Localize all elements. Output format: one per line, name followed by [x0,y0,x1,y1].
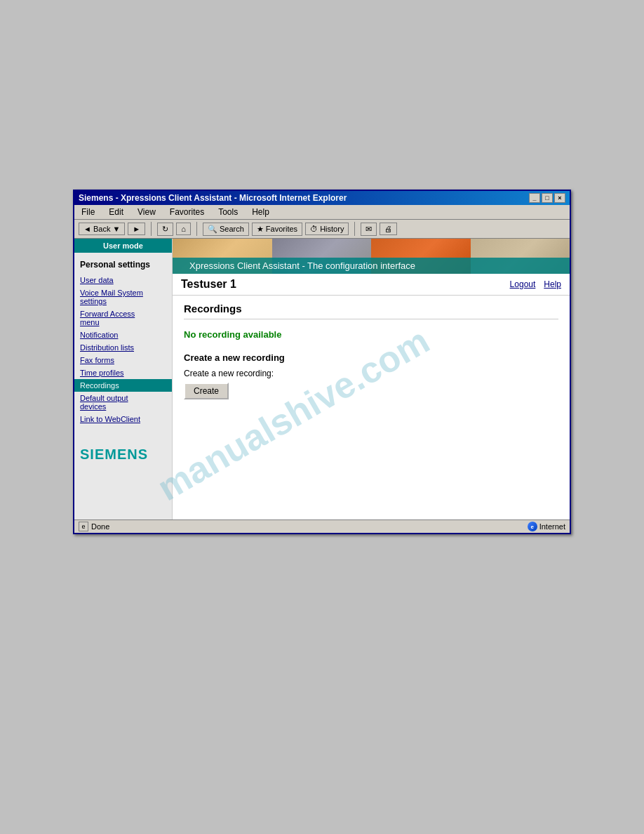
title-bar: Siemens - Xpressions Client Assistant - … [74,191,570,205]
search-button[interactable]: 🔍 Search [203,223,249,236]
content-username: Testuser 1 [181,278,236,291]
content-area: Xpressions Client Assistant - The config… [173,239,570,519]
menu-file[interactable]: File [79,206,98,218]
header-banner-text: Xpressions Client Assistant - The config… [181,260,424,271]
refresh-button[interactable]: ↻ [157,223,173,236]
header-banner: Xpressions Client Assistant - The config… [173,239,570,274]
logout-link[interactable]: Logout [510,279,536,289]
help-link[interactable]: Help [544,279,561,289]
sidebar-item-voice-mail[interactable]: Voice Mail Systemsettings [74,286,172,307]
sidebar-item-forward-access[interactable]: Forward Accessmenu [74,307,172,329]
sidebar: User mode Personal settings User data Vo… [74,239,173,519]
create-recording-label: Create a new recording: [184,369,558,378]
content-header: Testuser 1 Logout Help [173,274,570,296]
content-header-links: Logout Help [510,279,561,289]
sidebar-item-time-profiles[interactable]: Time profiles [74,366,172,379]
sidebar-item-webclient[interactable]: Link to WebClient [74,413,172,425]
status-done-label: Done [91,522,109,531]
toolbar-separator-3 [354,222,355,236]
sidebar-item-distribution[interactable]: Distribution lists [74,341,172,354]
print-button[interactable]: 🖨 [380,223,397,235]
ie-zone-icon: e [528,522,537,531]
browser-title: Siemens - Xpressions Client Assistant - … [79,193,347,203]
home-button[interactable]: ⌂ [176,223,191,235]
section-title: Recordings [184,303,558,319]
menu-help[interactable]: Help [249,206,272,218]
sidebar-item-notification[interactable]: Notification [74,329,172,341]
menu-edit[interactable]: Edit [106,206,126,218]
zone-label: Internet [539,522,565,531]
status-right: e Internet [528,522,565,531]
sidebar-item-user-data[interactable]: User data [74,274,172,286]
personal-settings-title: Personal settings [74,253,172,274]
forward-button[interactable]: ► [128,223,145,235]
favorites-button[interactable]: ★ Favorites [252,223,302,236]
close-button[interactable]: × [554,193,565,203]
user-mode-badge: User mode [74,239,172,253]
no-recording-message: No recording available [184,329,558,340]
back-button[interactable]: ◄ Back ▼ [79,223,125,235]
main-area: User mode Personal settings User data Vo… [74,239,570,519]
create-button[interactable]: Create [184,383,229,399]
sidebar-item-recordings[interactable]: Recordings [74,379,172,392]
menu-tools[interactable]: Tools [215,206,241,218]
history-button[interactable]: ⏱ History [305,223,349,235]
toolbar-separator-2 [196,222,197,236]
status-icon: e [79,522,88,531]
sidebar-item-default-output[interactable]: Default outputdevices [74,392,172,413]
mail-button[interactable]: ✉ [361,223,377,236]
internet-zone: e Internet [528,522,565,531]
menu-favorites[interactable]: Favorites [167,206,207,218]
create-recording-title: Create a new recording [184,352,558,363]
minimize-button[interactable]: _ [529,193,540,203]
status-left: e Done [79,522,109,531]
maximize-button[interactable]: □ [542,193,553,203]
siemens-logo: SIEMENS [74,425,172,468]
content-body: Recordings No recording available Create… [173,296,570,406]
toolbar-separator-1 [151,222,152,236]
sidebar-item-fax-forms[interactable]: Fax forms [74,354,172,366]
title-bar-buttons: _ □ × [529,193,565,203]
status-bar: e Done e Internet [74,519,570,533]
toolbar: ◄ Back ▼ ► ↻ ⌂ 🔍 Search ★ Favorites ⏱ Hi… [74,220,570,239]
menu-view[interactable]: View [135,206,159,218]
browser-window: Siemens - Xpressions Client Assistant - … [73,190,571,534]
menu-bar: File Edit View Favorites Tools Help [74,205,570,220]
